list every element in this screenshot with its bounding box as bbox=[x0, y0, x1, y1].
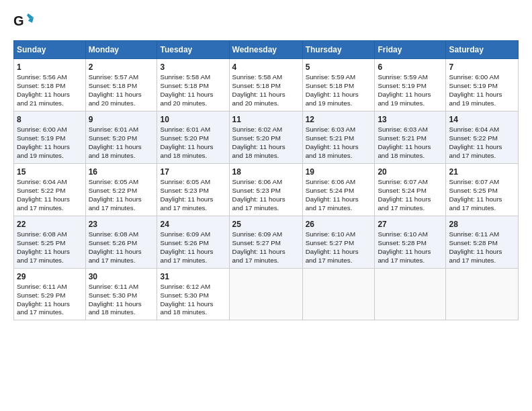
calendar-cell: 29Sunrise: 6:11 AM Sunset: 5:29 PM Dayli… bbox=[14, 268, 86, 320]
day-info: Sunrise: 6:11 AM Sunset: 5:28 PM Dayligh… bbox=[449, 230, 515, 265]
calendar-cell: 10Sunrise: 6:01 AM Sunset: 5:20 PM Dayli… bbox=[157, 111, 229, 163]
col-header-monday: Monday bbox=[85, 41, 157, 59]
calendar-cell: 5Sunrise: 5:59 AM Sunset: 5:18 PM Daylig… bbox=[302, 59, 375, 111]
calendar-cell: 2Sunrise: 5:57 AM Sunset: 5:18 PM Daylig… bbox=[85, 59, 157, 111]
calendar-cell: 15Sunrise: 6:04 AM Sunset: 5:22 PM Dayli… bbox=[14, 163, 86, 216]
day-number: 6 bbox=[378, 62, 443, 73]
col-header-tuesday: Tuesday bbox=[157, 41, 229, 59]
calendar-cell: 8Sunrise: 6:00 AM Sunset: 5:19 PM Daylig… bbox=[14, 111, 86, 163]
day-info: Sunrise: 6:12 AM Sunset: 5:30 PM Dayligh… bbox=[160, 283, 226, 318]
day-info: Sunrise: 6:02 AM Sunset: 5:20 PM Dayligh… bbox=[232, 126, 300, 161]
calendar-cell: 12Sunrise: 6:03 AM Sunset: 5:21 PM Dayli… bbox=[302, 111, 375, 163]
day-number: 31 bbox=[160, 271, 226, 282]
day-info: Sunrise: 6:05 AM Sunset: 5:22 PM Dayligh… bbox=[89, 178, 154, 213]
day-number: 7 bbox=[449, 62, 515, 73]
header-row: G bbox=[13, 12, 519, 34]
calendar-cell bbox=[446, 268, 519, 320]
day-number: 22 bbox=[17, 219, 83, 230]
day-info: Sunrise: 6:08 AM Sunset: 5:25 PM Dayligh… bbox=[17, 230, 83, 265]
calendar-cell: 4Sunrise: 5:58 AM Sunset: 5:18 PM Daylig… bbox=[229, 59, 302, 111]
day-number: 5 bbox=[306, 62, 372, 73]
day-number: 17 bbox=[160, 167, 226, 177]
calendar-cell: 13Sunrise: 6:03 AM Sunset: 5:21 PM Dayli… bbox=[375, 111, 446, 163]
day-number: 19 bbox=[306, 167, 372, 177]
col-header-wednesday: Wednesday bbox=[229, 41, 302, 59]
calendar-cell: 30Sunrise: 6:11 AM Sunset: 5:30 PM Dayli… bbox=[85, 268, 157, 320]
day-number: 2 bbox=[89, 62, 154, 73]
day-info: Sunrise: 6:01 AM Sunset: 5:20 PM Dayligh… bbox=[89, 126, 154, 161]
col-header-friday: Friday bbox=[375, 41, 446, 59]
day-number: 11 bbox=[232, 114, 300, 125]
calendar-cell: 1Sunrise: 5:56 AM Sunset: 5:18 PM Daylig… bbox=[14, 59, 86, 111]
day-info: Sunrise: 6:01 AM Sunset: 5:20 PM Dayligh… bbox=[160, 126, 226, 161]
calendar-cell: 20Sunrise: 6:07 AM Sunset: 5:24 PM Dayli… bbox=[375, 163, 446, 216]
day-number: 16 bbox=[89, 167, 154, 177]
calendar-table: SundayMondayTuesdayWednesdayThursdayFrid… bbox=[13, 40, 519, 320]
logo: G bbox=[13, 12, 37, 34]
calendar-cell: 28Sunrise: 6:11 AM Sunset: 5:28 PM Dayli… bbox=[446, 216, 519, 268]
calendar-cell: 7Sunrise: 6:00 AM Sunset: 5:19 PM Daylig… bbox=[446, 59, 519, 111]
day-info: Sunrise: 6:10 AM Sunset: 5:27 PM Dayligh… bbox=[306, 230, 372, 265]
col-header-sunday: Sunday bbox=[14, 41, 86, 59]
calendar-cell: 23Sunrise: 6:08 AM Sunset: 5:26 PM Dayli… bbox=[85, 216, 157, 268]
calendar-cell: 3Sunrise: 5:58 AM Sunset: 5:18 PM Daylig… bbox=[157, 59, 229, 111]
day-info: Sunrise: 6:08 AM Sunset: 5:26 PM Dayligh… bbox=[89, 230, 154, 265]
col-header-saturday: Saturday bbox=[446, 41, 519, 59]
day-number: 4 bbox=[232, 62, 300, 73]
day-number: 24 bbox=[160, 219, 226, 230]
day-info: Sunrise: 6:03 AM Sunset: 5:21 PM Dayligh… bbox=[306, 126, 372, 161]
day-info: Sunrise: 6:03 AM Sunset: 5:21 PM Dayligh… bbox=[378, 126, 443, 161]
calendar-cell: 11Sunrise: 6:02 AM Sunset: 5:20 PM Dayli… bbox=[229, 111, 302, 163]
day-info: Sunrise: 6:07 AM Sunset: 5:25 PM Dayligh… bbox=[449, 178, 515, 213]
svg-text:G: G bbox=[13, 13, 24, 28]
page: G SundayMondayTuesda bbox=[0, 0, 532, 411]
day-number: 3 bbox=[160, 62, 226, 73]
day-info: Sunrise: 6:06 AM Sunset: 5:24 PM Dayligh… bbox=[306, 178, 372, 213]
calendar-cell: 24Sunrise: 6:09 AM Sunset: 5:26 PM Dayli… bbox=[157, 216, 229, 268]
day-number: 28 bbox=[449, 219, 515, 230]
day-info: Sunrise: 5:56 AM Sunset: 5:18 PM Dayligh… bbox=[17, 73, 83, 108]
day-number: 25 bbox=[232, 219, 300, 230]
day-number: 29 bbox=[17, 271, 83, 282]
calendar-week-row: 22Sunrise: 6:08 AM Sunset: 5:25 PM Dayli… bbox=[14, 216, 519, 268]
calendar-cell bbox=[302, 268, 375, 320]
day-info: Sunrise: 6:00 AM Sunset: 5:19 PM Dayligh… bbox=[449, 73, 515, 108]
day-number: 12 bbox=[306, 114, 372, 125]
calendar-cell bbox=[375, 268, 446, 320]
calendar-cell: 18Sunrise: 6:06 AM Sunset: 5:23 PM Dayli… bbox=[229, 163, 302, 216]
calendar-cell: 19Sunrise: 6:06 AM Sunset: 5:24 PM Dayli… bbox=[302, 163, 375, 216]
day-number: 13 bbox=[378, 114, 443, 125]
calendar-cell: 16Sunrise: 6:05 AM Sunset: 5:22 PM Dayli… bbox=[85, 163, 157, 216]
day-number: 20 bbox=[378, 167, 443, 177]
day-info: Sunrise: 6:04 AM Sunset: 5:22 PM Dayligh… bbox=[449, 126, 515, 161]
calendar-cell: 27Sunrise: 6:10 AM Sunset: 5:28 PM Dayli… bbox=[375, 216, 446, 268]
calendar-cell: 9Sunrise: 6:01 AM Sunset: 5:20 PM Daylig… bbox=[85, 111, 157, 163]
day-info: Sunrise: 5:59 AM Sunset: 5:19 PM Dayligh… bbox=[378, 73, 443, 108]
calendar-cell: 21Sunrise: 6:07 AM Sunset: 5:25 PM Dayli… bbox=[446, 163, 519, 216]
day-number: 18 bbox=[232, 167, 300, 177]
day-number: 26 bbox=[306, 219, 372, 230]
day-info: Sunrise: 6:00 AM Sunset: 5:19 PM Dayligh… bbox=[17, 126, 83, 161]
calendar-cell: 17Sunrise: 6:05 AM Sunset: 5:23 PM Dayli… bbox=[157, 163, 229, 216]
calendar-week-row: 29Sunrise: 6:11 AM Sunset: 5:29 PM Dayli… bbox=[14, 268, 519, 320]
calendar-cell: 14Sunrise: 6:04 AM Sunset: 5:22 PM Dayli… bbox=[446, 111, 519, 163]
calendar-header-row: SundayMondayTuesdayWednesdayThursdayFrid… bbox=[14, 41, 519, 59]
day-number: 14 bbox=[449, 114, 515, 125]
day-number: 9 bbox=[89, 114, 154, 125]
day-info: Sunrise: 6:06 AM Sunset: 5:23 PM Dayligh… bbox=[232, 178, 300, 213]
logo-icon: G bbox=[13, 12, 34, 34]
day-info: Sunrise: 6:04 AM Sunset: 5:22 PM Dayligh… bbox=[17, 178, 83, 213]
calendar-cell: 6Sunrise: 5:59 AM Sunset: 5:19 PM Daylig… bbox=[375, 59, 446, 111]
calendar-week-row: 15Sunrise: 6:04 AM Sunset: 5:22 PM Dayli… bbox=[14, 163, 519, 216]
calendar-cell bbox=[229, 268, 302, 320]
day-number: 1 bbox=[17, 62, 83, 73]
day-number: 8 bbox=[17, 114, 83, 125]
day-number: 10 bbox=[160, 114, 226, 125]
day-number: 23 bbox=[89, 219, 154, 230]
day-info: Sunrise: 6:09 AM Sunset: 5:27 PM Dayligh… bbox=[232, 230, 300, 265]
day-number: 15 bbox=[17, 167, 83, 177]
day-info: Sunrise: 6:11 AM Sunset: 5:30 PM Dayligh… bbox=[89, 283, 154, 318]
day-info: Sunrise: 5:59 AM Sunset: 5:18 PM Dayligh… bbox=[306, 73, 372, 108]
day-info: Sunrise: 6:07 AM Sunset: 5:24 PM Dayligh… bbox=[378, 178, 443, 213]
day-info: Sunrise: 6:05 AM Sunset: 5:23 PM Dayligh… bbox=[160, 178, 226, 213]
